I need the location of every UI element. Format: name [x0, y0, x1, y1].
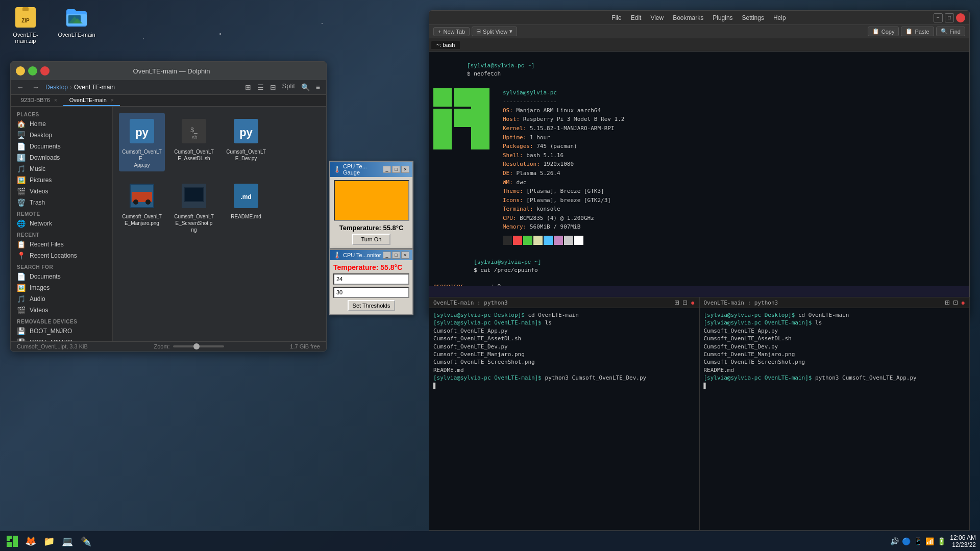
- sidebar-item-downloads[interactable]: ⬇️Downloads: [11, 152, 112, 163]
- cpu-gauge-title-label: CPU Te... Gauge: [343, 163, 383, 176]
- desktop-icon-folder[interactable]: OvenLTE-main: [56, 5, 97, 44]
- sidebar-item-boot[interactable]: 💾BOOT_MNJRO: [11, 325, 112, 337]
- file-item-screenshot[interactable]: Cumsoft_OvenLTE_ScreenShot.png: [171, 178, 217, 236]
- konsole-menu-bookmarks[interactable]: Bookmarks: [669, 13, 707, 22]
- dolphin-maximize-btn[interactable]: □: [28, 66, 37, 76]
- cpu-monitor-close-btn[interactable]: ×: [401, 252, 409, 259]
- cpu-gauge-temp-label: Temperature: 55.8°C: [339, 224, 404, 232]
- sidebar-item-desktop[interactable]: 🖥️Desktop: [11, 130, 112, 141]
- sidebar-item-pictures[interactable]: 🖼️Pictures: [11, 174, 112, 186]
- find-btn[interactable]: 🔍 Find: [936, 27, 965, 36]
- paste-btn[interactable]: 📋 Paste: [901, 27, 934, 36]
- konsole-menu-settings[interactable]: Settings: [738, 13, 768, 22]
- konsole-minimize-btn[interactable]: −: [934, 13, 943, 22]
- dolphin-search-btn[interactable]: 🔍: [299, 82, 312, 92]
- svg-text:$_: $_: [190, 127, 198, 134]
- file-item-app-py[interactable]: py Cumsoft_OvenLTE_App.py: [119, 113, 165, 171]
- taskbar-icon-konsole[interactable]: 💻: [59, 533, 76, 549]
- sidebar-item-home[interactable]: 🏠Home: [11, 118, 112, 130]
- threshold-input-1[interactable]: [333, 273, 409, 285]
- search-docs-icon: 📄: [17, 272, 26, 281]
- threshold-input-2[interactable]: [333, 287, 409, 298]
- konsole-tab-bash[interactable]: ~: bash: [431, 41, 460, 49]
- konsole-menu-view[interactable]: View: [646, 13, 668, 22]
- bottom-pane-left-content[interactable]: [sylvia@sylvia-pc Desktop]$ cd OvenLTE-m…: [429, 308, 699, 530]
- dolphin-columns-btn[interactable]: ⊟: [268, 82, 278, 92]
- konsole-menu-help[interactable]: Help: [769, 13, 790, 22]
- dolphin-tab-0[interactable]: 923D-BB76 ×: [15, 95, 63, 106]
- sidebar-label-recent-locations: Recent Locations: [30, 252, 77, 259]
- bottom-right-expand-btn[interactable]: ⊡: [953, 298, 958, 307]
- br-line-5: Cumsoft_OvenLTE_Dev.py: [704, 343, 966, 350]
- boot-icon: 💾: [17, 327, 26, 335]
- taskbar-network-icon[interactable]: 📶: [925, 537, 934, 545]
- cpu-monitor-minimize-btn[interactable]: _: [383, 252, 391, 259]
- taskbar-icon-manjaro[interactable]: [4, 533, 20, 549]
- dolphin-tab-1[interactable]: OvenLTE-main ×: [63, 95, 120, 106]
- copy-btn[interactable]: 📋 Copy: [868, 27, 899, 36]
- sidebar-item-search-images[interactable]: 🖼️Images: [11, 282, 112, 293]
- dolphin-forward-btn[interactable]: →: [30, 82, 41, 92]
- cpu-gauge-display: [334, 180, 409, 221]
- set-thresholds-button[interactable]: Set Thresholds: [348, 300, 396, 311]
- taskbar-bluetooth-icon[interactable]: 🔵: [902, 537, 911, 545]
- cpu-monitor-title-area: 🌡️ CPU Te...onitor: [333, 252, 381, 259]
- dolphin-close-btn[interactable]: ×: [40, 66, 50, 76]
- dolphin-menu-btn[interactable]: ≡: [314, 82, 322, 92]
- zoom-slider[interactable]: [173, 345, 224, 347]
- dolphin-icons-btn[interactable]: ⊞: [243, 82, 253, 92]
- svg-rect-31: [13, 536, 18, 547]
- taskbar-icon-firefox[interactable]: 🦊: [22, 533, 39, 549]
- sidebar-item-search-videos[interactable]: 🎬Videos: [11, 305, 112, 316]
- cpu-monitor-maximize-btn[interactable]: □: [392, 252, 400, 259]
- konsole-pane-neofetch[interactable]: [sylvia@sylvia-pc ~] $ neofetch: [429, 52, 969, 286]
- bottom-pane-right-content[interactable]: [sylvia@sylvia-pc Desktop]$ cd OvenLTE-m…: [700, 308, 970, 530]
- sidebar-item-search-audio[interactable]: 🎵Audio: [11, 293, 112, 305]
- bottom-right-close-icon[interactable]: ●: [961, 298, 965, 307]
- taskbar-icon-editor[interactable]: ✒️: [78, 533, 94, 549]
- file-item-manjaro-png[interactable]: Cumsoft_OvenLTE_Manjaro.png: [119, 178, 165, 236]
- sidebar-item-documents[interactable]: 📄Documents: [11, 141, 112, 152]
- konsole-menu-plugins[interactable]: Plugins: [708, 13, 737, 22]
- taskbar-device-icon[interactable]: 📱: [914, 537, 922, 545]
- file-item-readme[interactable]: .md README.md: [223, 178, 269, 236]
- desktop-icon-zip[interactable]: ZIP OvenLTE-main.zip: [5, 5, 46, 44]
- sidebar-label-search-audio: Audio: [30, 295, 45, 303]
- bottom-left-close-icon[interactable]: ●: [691, 298, 695, 307]
- dolphin-minimize-btn[interactable]: −: [16, 66, 25, 76]
- bottom-left-expand-btn[interactable]: ⊡: [682, 298, 688, 307]
- konsole-maximize-btn[interactable]: □: [945, 13, 954, 22]
- zip-icon-label: OvenLTE-main.zip: [5, 32, 46, 44]
- dolphin-details-btn[interactable]: ☰: [255, 82, 266, 92]
- bottom-left-detach-btn[interactable]: ⊞: [674, 298, 679, 307]
- cpu-gauge-minimize-btn[interactable]: _: [383, 166, 391, 173]
- breadcrumb-desktop[interactable]: Desktop: [45, 84, 68, 91]
- dolphin-tab-1-close[interactable]: ×: [111, 97, 114, 103]
- cpu-gauge-maximize-btn[interactable]: □: [392, 166, 400, 173]
- file-item-dev-py[interactable]: py Cumsoft_OvenLTE_Dev.py: [223, 113, 269, 171]
- konsole-close-btn[interactable]: ×: [956, 13, 965, 22]
- sidebar-item-recent-locations[interactable]: 📍Recent Locations: [11, 250, 112, 261]
- sidebar-item-videos[interactable]: 🎬Videos: [11, 186, 112, 197]
- nf-packages-val: 745 (pacman): [536, 143, 577, 149]
- sidebar-item-network[interactable]: 🌐Network: [11, 218, 112, 229]
- new-tab-btn[interactable]: + New Tab: [433, 27, 470, 36]
- dolphin-tab-0-close[interactable]: ×: [54, 97, 57, 103]
- turn-on-button[interactable]: Turn On: [352, 234, 391, 245]
- taskbar-icon-dolphin[interactable]: 📁: [41, 533, 57, 549]
- dolphin-back-btn[interactable]: ←: [15, 82, 26, 92]
- br-line-4: Cumsoft_OvenLTE_AssetDL.sh: [704, 335, 966, 342]
- sidebar-item-recent-files[interactable]: 📋Recent Files: [11, 239, 112, 250]
- konsole-menu-file[interactable]: File: [607, 13, 625, 22]
- sidebar-item-music[interactable]: 🎵Music: [11, 163, 112, 174]
- cpu-gauge-close-btn[interactable]: ×: [401, 166, 409, 173]
- split-view-btn[interactable]: ⊟ Split View ▾: [472, 27, 517, 36]
- sidebar-item-root[interactable]: 💾ROOT_MNJRO: [11, 337, 112, 341]
- sidebar-item-search-docs[interactable]: 📄Documents: [11, 271, 112, 282]
- taskbar-volume-icon[interactable]: 🔊: [890, 537, 899, 545]
- nf-icons-val: [Plasma], breeze [GTK2/3]: [526, 197, 611, 204]
- konsole-menu-edit[interactable]: Edit: [627, 13, 646, 22]
- sidebar-item-trash[interactable]: 🗑️Trash: [11, 197, 112, 208]
- bottom-right-detach-btn[interactable]: ⊞: [945, 298, 950, 307]
- file-item-assetdl[interactable]: $_ .sh Cumsoft_OvenLTE_AssetDL.sh: [171, 113, 217, 171]
